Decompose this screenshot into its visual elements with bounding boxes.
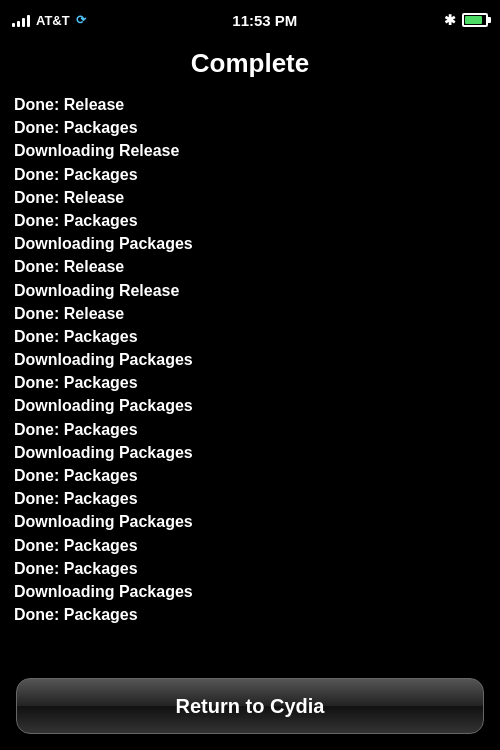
status-bar: AT&T ⟳ 11:53 PM ✱: [0, 0, 500, 40]
page-title: Complete: [191, 48, 309, 78]
list-item: Done: Packages: [14, 116, 486, 139]
list-item: Downloading Packages: [14, 348, 486, 371]
list-item: Downloading Packages: [14, 580, 486, 603]
status-left: AT&T ⟳: [12, 13, 86, 28]
status-time: 11:53 PM: [232, 12, 297, 29]
list-item: Done: Release: [14, 93, 486, 116]
list-item: Downloading Release: [14, 279, 486, 302]
signal-bars-icon: [12, 13, 30, 27]
list-item: Downloading Packages: [14, 441, 486, 464]
list-item: Done: Packages: [14, 464, 486, 487]
sync-icon: ⟳: [76, 13, 86, 27]
list-item: Done: Packages: [14, 603, 486, 626]
battery-fill: [465, 16, 482, 24]
list-item: Done: Packages: [14, 371, 486, 394]
list-item: Done: Packages: [14, 487, 486, 510]
log-content-area[interactable]: Done: ReleaseDone: PackagesDownloading R…: [0, 89, 500, 659]
list-item: Done: Packages: [14, 325, 486, 348]
list-item: Downloading Release: [14, 139, 486, 162]
list-item: Downloading Packages: [14, 394, 486, 417]
bluetooth-icon: ✱: [444, 12, 456, 28]
status-right: ✱: [444, 12, 488, 28]
list-item: Done: Packages: [14, 418, 486, 441]
list-item: Done: Release: [14, 255, 486, 278]
list-item: Done: Release: [14, 302, 486, 325]
bottom-area: Return to Cydia: [0, 662, 500, 750]
list-item: Done: Packages: [14, 557, 486, 580]
list-item: Done: Packages: [14, 163, 486, 186]
return-to-cydia-button[interactable]: Return to Cydia: [16, 678, 484, 734]
battery-icon: [462, 13, 488, 27]
page-title-container: Complete: [0, 40, 500, 89]
list-item: Done: Packages: [14, 209, 486, 232]
list-item: Done: Packages: [14, 534, 486, 557]
carrier-label: AT&T: [36, 13, 70, 28]
list-item: Downloading Packages: [14, 232, 486, 255]
list-item: Done: Release: [14, 186, 486, 209]
list-item: Downloading Packages: [14, 510, 486, 533]
